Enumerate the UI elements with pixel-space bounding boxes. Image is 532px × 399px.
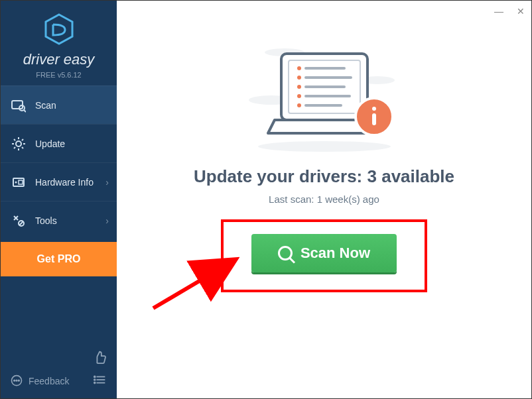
get-pro-button[interactable]: Get PRO bbox=[1, 242, 117, 276]
svg-point-14 bbox=[15, 181, 17, 183]
svg-rect-46 bbox=[372, 113, 376, 125]
chevron-right-icon: › bbox=[105, 215, 109, 226]
nav-label: Hardware Info bbox=[35, 177, 94, 188]
speech-bubble-icon bbox=[10, 374, 23, 388]
scan-icon bbox=[11, 98, 26, 113]
svg-rect-15 bbox=[19, 180, 23, 184]
svg-line-11 bbox=[14, 147, 15, 148]
svg-point-36 bbox=[297, 76, 301, 80]
svg-point-31 bbox=[258, 141, 391, 152]
svg-point-42 bbox=[297, 103, 301, 107]
scan-now-button[interactable]: Scan Now bbox=[251, 234, 397, 272]
window-controls: — ✕ bbox=[492, 5, 527, 18]
tools-icon bbox=[11, 213, 26, 228]
brand-name: driver easy bbox=[1, 51, 117, 68]
svg-point-25 bbox=[94, 376, 96, 378]
svg-point-38 bbox=[297, 85, 301, 89]
nav-label: Scan bbox=[35, 100, 56, 111]
headline-prefix: Update your drivers: bbox=[194, 166, 367, 186]
svg-marker-0 bbox=[46, 15, 72, 44]
minimize-button[interactable]: — bbox=[492, 5, 506, 18]
svg-point-45 bbox=[372, 107, 376, 111]
feedback-label: Feedback bbox=[29, 376, 69, 386]
nav-item-tools[interactable]: Tools › bbox=[1, 201, 117, 239]
scan-highlight-box: Scan Now bbox=[221, 219, 427, 292]
svg-point-4 bbox=[16, 141, 21, 146]
svg-point-21 bbox=[19, 380, 20, 381]
chevron-right-icon: › bbox=[105, 177, 109, 188]
svg-point-27 bbox=[94, 382, 96, 384]
headline: Update your drivers: 3 available bbox=[194, 166, 454, 187]
svg-line-10 bbox=[22, 147, 23, 148]
nav-item-scan[interactable]: Scan bbox=[1, 86, 117, 124]
nav-label: Update bbox=[35, 139, 65, 149]
nav: Scan Update Hardware Info › Tools › bbox=[1, 86, 117, 239]
thumbs-up-icon[interactable] bbox=[93, 355, 107, 367]
magnifier-icon bbox=[278, 246, 293, 260]
svg-point-20 bbox=[16, 380, 17, 381]
menu-lines-icon[interactable] bbox=[93, 372, 107, 389]
logo-block: driver easy FREE v5.6.12 bbox=[1, 1, 117, 86]
hardware-icon bbox=[11, 175, 26, 190]
nav-item-update[interactable]: Update bbox=[1, 124, 117, 162]
laptop-illustration bbox=[245, 40, 404, 153]
feedback-button[interactable]: Feedback bbox=[10, 374, 69, 388]
svg-rect-1 bbox=[12, 101, 23, 109]
svg-point-26 bbox=[94, 379, 96, 380]
nav-item-hardware-info[interactable]: Hardware Info › bbox=[1, 162, 117, 201]
version-label: FREE v5.6.12 bbox=[1, 71, 117, 79]
svg-point-34 bbox=[297, 66, 301, 70]
nav-label: Tools bbox=[35, 215, 57, 226]
last-scan-label: Last scan: 1 week(s) ago bbox=[269, 194, 379, 205]
svg-point-19 bbox=[14, 380, 15, 381]
svg-line-17 bbox=[19, 221, 23, 225]
scan-now-label: Scan Now bbox=[300, 245, 370, 262]
svg-line-12 bbox=[22, 139, 23, 141]
gear-icon bbox=[11, 137, 26, 151]
svg-line-3 bbox=[24, 110, 26, 112]
svg-line-9 bbox=[14, 139, 15, 141]
svg-point-40 bbox=[297, 94, 301, 98]
headline-count: 3 available bbox=[367, 166, 454, 186]
close-button[interactable]: ✕ bbox=[514, 5, 527, 18]
main-panel: Update your drivers: 3 available Last sc… bbox=[117, 1, 531, 398]
get-pro-label: Get PRO bbox=[37, 253, 81, 265]
sidebar: driver easy FREE v5.6.12 Scan Update Har… bbox=[1, 1, 117, 398]
app-logo-icon bbox=[42, 13, 76, 46]
sidebar-bottom: Feedback bbox=[1, 342, 117, 398]
